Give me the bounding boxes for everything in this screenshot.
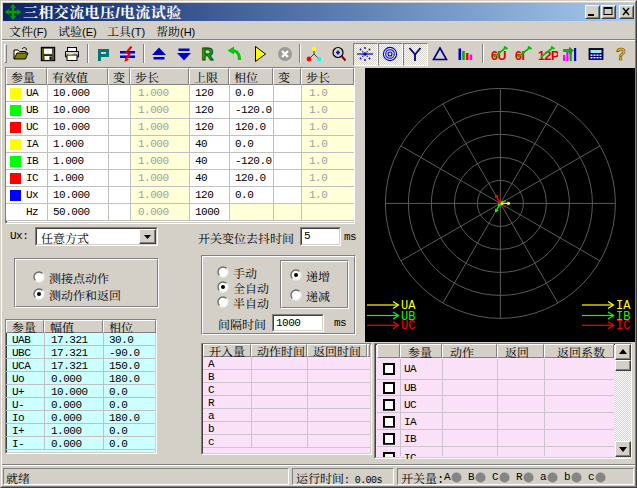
svg-text:R: R [202, 46, 214, 62]
svg-text:UC: UC [401, 319, 415, 333]
svg-text:IC: IC [616, 319, 630, 333]
svg-text:?: ? [616, 46, 626, 62]
svg-text:6U: 6U [491, 49, 506, 63]
